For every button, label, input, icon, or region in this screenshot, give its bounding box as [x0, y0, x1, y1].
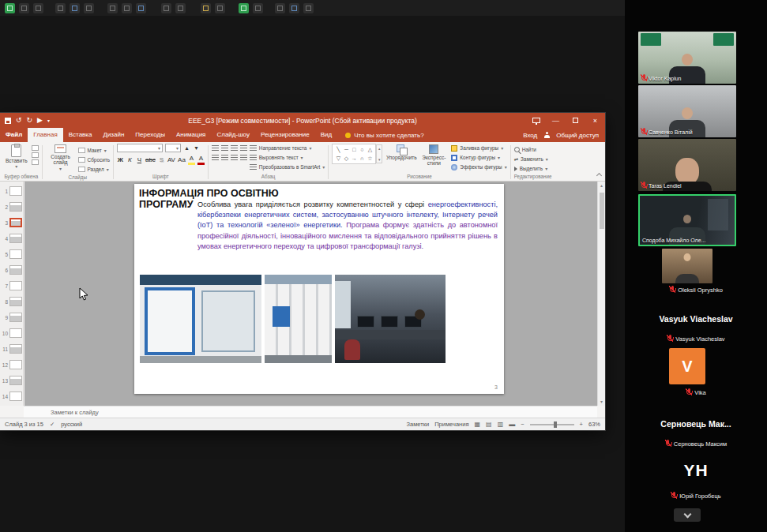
align-text-button[interactable]: Выровнять текст▾ — [250, 153, 325, 162]
tab-review[interactable]: Рецензирование — [255, 128, 315, 142]
slide-thumbnail[interactable]: 7 — [0, 278, 23, 294]
new-slide-button[interactable]: Создать слайд ▾ — [46, 144, 76, 172]
restore-button[interactable] — [566, 113, 585, 128]
change-case-button[interactable]: Аа — [178, 156, 186, 164]
format-painter-icon[interactable] — [32, 159, 39, 165]
bullets-icon[interactable] — [212, 145, 219, 151]
highlight-color-button[interactable]: A — [188, 155, 195, 165]
participant-video-tile[interactable]: Савченко Віталій — [638, 85, 736, 137]
copy-icon[interactable] — [32, 152, 39, 158]
shape-effects-button[interactable]: Эффекты фигуры▾ — [451, 163, 506, 171]
convert-smartart-button[interactable]: Преобразовать в SmartArt▾ — [250, 163, 325, 171]
switchboard-panels-photo[interactable] — [265, 275, 332, 363]
participant-display-name[interactable]: Серновець Мак... — [625, 419, 767, 429]
slide-thumbnail[interactable]: 4 — [0, 230, 23, 246]
notes-pane[interactable]: Заметки к слайду — [24, 406, 597, 418]
save-icon[interactable] — [5, 118, 11, 124]
slideshow-button[interactable]: ▬ — [509, 421, 515, 428]
zoom-out-button[interactable]: − — [521, 421, 524, 428]
grow-font-icon[interactable]: ▴ — [183, 144, 190, 152]
language-indicator[interactable]: русский — [61, 421, 82, 428]
tab-home[interactable]: Главная — [28, 128, 62, 142]
active-speaker-video-tile[interactable]: Сподоба Михайло Оле... — [638, 194, 736, 246]
character-spacing-button[interactable]: AV — [167, 156, 175, 164]
toolbar-icon[interactable] — [275, 3, 285, 13]
toolbar-icon[interactable] — [70, 3, 80, 13]
close-button[interactable]: × — [585, 113, 605, 128]
toolbar-icon[interactable] — [253, 3, 263, 13]
scrollbar-thumb[interactable] — [600, 193, 604, 229]
vertical-scrollbar[interactable]: ▴ ▾ — [597, 182, 605, 406]
shape-fill-button[interactable]: Заливка фигуры▾ — [451, 144, 506, 152]
slide-thumbnail[interactable]: 10 — [0, 325, 23, 341]
undo-icon[interactable]: ↺ — [16, 117, 22, 124]
toolbar-icon[interactable] — [175, 3, 186, 13]
zoom-slider-thumb[interactable] — [554, 421, 557, 428]
toolbar-icon[interactable] — [19, 3, 29, 13]
participant-video-tile[interactable]: Taras Lendiel — [638, 139, 736, 191]
slide-thumbnail[interactable]: 14 — [0, 388, 23, 404]
slide-thumbnail[interactable]: 9 — [0, 309, 23, 325]
start-slideshow-icon[interactable]: ▶ — [37, 117, 43, 124]
participant-avatar[interactable]: YH — [625, 461, 767, 480]
tab-slideshow[interactable]: Слайд-шоу — [211, 128, 254, 142]
title-bar[interactable]: ↺ ↻ ▶ ▾ EEE_G3 [Режим совместимости] - P… — [0, 113, 605, 128]
slide-thumbnail[interactable]: 8 — [0, 294, 23, 309]
tab-insert[interactable]: Вставка — [63, 128, 98, 142]
tab-transitions[interactable]: Переходы — [130, 128, 171, 142]
zoom-slider[interactable] — [530, 424, 574, 425]
slide-thumbnail-selected[interactable]: 3 — [0, 215, 23, 230]
shrink-font-icon[interactable]: ▾ — [193, 144, 200, 152]
reading-view-button[interactable]: ▥ — [498, 421, 504, 428]
toolbar-icon[interactable] — [303, 3, 314, 13]
spellcheck-icon[interactable]: ✓ — [50, 421, 55, 428]
scroll-down-icon[interactable]: ▾ — [598, 398, 605, 406]
cut-icon[interactable] — [32, 145, 39, 151]
slide-thumbnail[interactable]: 13 — [0, 373, 23, 388]
tab-file[interactable]: Файл — [0, 128, 28, 142]
customize-qat-icon[interactable]: ▾ — [47, 118, 50, 123]
lab-equipment-photo[interactable] — [140, 275, 261, 363]
toolbar-icon[interactable] — [84, 3, 94, 13]
collapse-ribbon-icon[interactable] — [596, 173, 602, 178]
toolbar-icon[interactable] — [122, 3, 132, 13]
text-direction-button[interactable]: Направление текста▾ — [250, 144, 325, 152]
scroll-up-icon[interactable]: ▴ — [598, 182, 605, 189]
slide-thumbnail[interactable]: 12 — [0, 357, 23, 373]
participant-video-tile[interactable]: Viktor Kaplun — [638, 32, 736, 84]
zoom-level[interactable]: 63% — [588, 421, 600, 428]
strikethrough-button[interactable]: abc — [145, 156, 156, 164]
toolbar-icon[interactable] — [239, 3, 249, 13]
paste-button[interactable]: Вставить ▾ — [4, 144, 29, 170]
font-color-button[interactable]: A — [197, 155, 205, 165]
arrange-button[interactable]: Упорядочить — [386, 144, 416, 161]
align-right-icon[interactable] — [231, 155, 238, 160]
toolbar-icon[interactable] — [201, 3, 211, 13]
bold-button[interactable]: Ж — [117, 156, 124, 164]
app-icon[interactable] — [5, 3, 15, 13]
shapes-gallery[interactable]: ╲ ─ □ ○ △ ▽ ◇ → ∩ ☆ ▴ ▾ — [332, 144, 376, 164]
minimize-button[interactable]: — — [546, 113, 566, 128]
text-shadow-button[interactable]: S — [158, 156, 165, 164]
font-name-select[interactable]: ▾ — [117, 144, 163, 152]
tell-me-search[interactable]: Что вы хотите сделать? — [345, 128, 423, 142]
find-button[interactable]: Найти — [514, 145, 548, 154]
tab-animations[interactable]: Анимация — [171, 128, 212, 142]
participant-display-name[interactable]: Vasyuk Viacheslav — [625, 314, 767, 324]
tab-view[interactable]: Вид — [315, 128, 337, 142]
slide-thumbnail[interactable]: 1 — [0, 183, 23, 199]
increase-indent-icon[interactable] — [240, 145, 247, 151]
toolbar-icon[interactable] — [107, 3, 118, 13]
toolbar-icon[interactable] — [215, 3, 225, 13]
sign-in-link[interactable]: Вход — [523, 132, 537, 139]
zoom-in-button[interactable]: + — [580, 421, 583, 428]
layout-button[interactable]: Макет▾ — [78, 146, 110, 155]
font-size-select[interactable]: ▾ — [165, 144, 181, 152]
slide-canvas[interactable]: ІНФОРМАЦІЯ ПРО ОСВІТНЮ ПРОГРАМУ Особлива… — [24, 182, 597, 406]
current-slide[interactable]: ІНФОРМАЦІЯ ПРО ОСВІТНЮ ПРОГРАМУ Особлива… — [134, 184, 504, 394]
slide-thumbnail[interactable]: 6 — [0, 262, 23, 278]
toolbar-icon[interactable] — [161, 3, 171, 13]
share-button[interactable]: Общий доступ — [556, 132, 599, 139]
reset-button[interactable]: Сбросить — [78, 155, 110, 164]
toolbar-icon[interactable] — [33, 3, 43, 13]
